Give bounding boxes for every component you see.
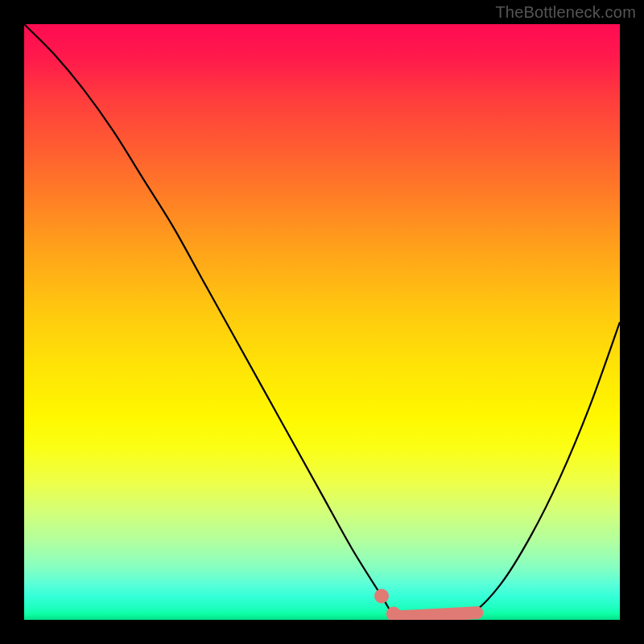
- chart-svg: [24, 24, 620, 620]
- chart-frame: TheBottleneck.com: [0, 0, 644, 644]
- plot-area: [24, 24, 620, 620]
- highlight-dot: [374, 588, 389, 603]
- highlight-segment: [399, 613, 477, 617]
- bottleneck-curve: [24, 24, 620, 620]
- watermark-text: TheBottleneck.com: [495, 3, 636, 22]
